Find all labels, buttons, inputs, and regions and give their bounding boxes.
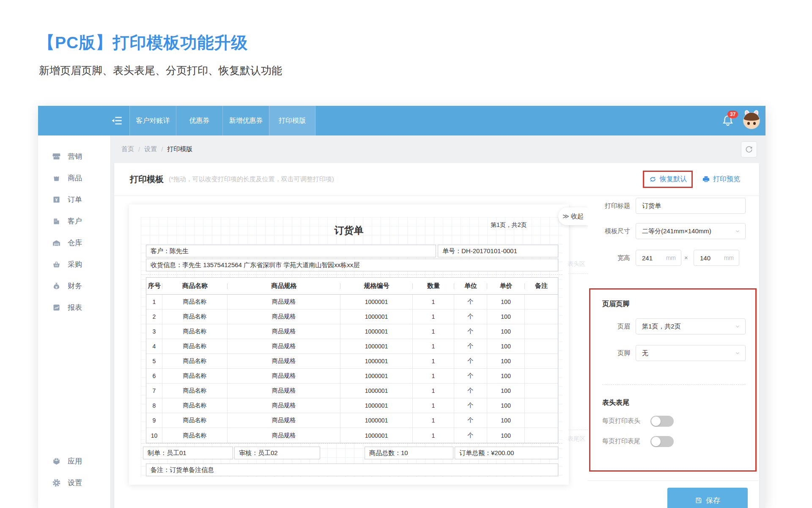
sidebar-item-label: 仓库: [68, 238, 82, 248]
floppy-icon: [695, 497, 702, 504]
sidebar-item-label: 商品: [68, 173, 82, 183]
height-input[interactable]: 140mm: [694, 250, 739, 266]
table-cell: 商品规格: [228, 369, 340, 383]
printer-icon: [702, 175, 710, 183]
sidebar: 营销商品订单客户仓库采购财务报表 应用设置: [38, 135, 111, 508]
doc-remark-field[interactable]: 备注：订货单备注信息: [146, 464, 558, 476]
save-button[interactable]: 保存: [667, 488, 748, 508]
breadcrumb-item[interactable]: 设置: [144, 145, 157, 153]
doc-customer-field[interactable]: 客户：陈先生: [146, 245, 436, 257]
height-unit: mm: [724, 254, 734, 261]
doc-order-no-field[interactable]: 单号：DH-20170101-0001: [438, 245, 558, 257]
table-row: 4商品名称商品规格10000011个100: [146, 339, 558, 354]
table-cell: 100: [487, 413, 525, 428]
sidebar-item-ticket[interactable]: 订单: [38, 189, 110, 210]
table-cell: 商品名称: [162, 413, 228, 428]
template-size-select[interactable]: 二等分(241mm×140mm): [636, 223, 746, 239]
content-column: 首页/设置/打印模版 打印模板 (*拖动，可以改变打印项的长度及位置，双击可调整…: [111, 135, 765, 508]
sidebar-item-bag[interactable]: 商品: [38, 167, 110, 189]
table-cell: 商品规格: [228, 295, 340, 309]
table-cell: 1: [413, 354, 454, 368]
print-table-header-toggle[interactable]: [650, 416, 674, 427]
doc-total-amount-field[interactable]: 订单总额：¥200.00: [455, 447, 558, 459]
sidebar-item-cube[interactable]: 应用: [38, 450, 110, 472]
table-cell: 1: [413, 339, 454, 353]
warehouse-icon: [52, 238, 61, 247]
table-cell: 7: [146, 384, 162, 398]
sidebar-item-gear[interactable]: 设置: [38, 472, 110, 494]
table-cell: [525, 384, 558, 398]
refresh-button[interactable]: [741, 141, 757, 157]
doc-total-qty-field[interactable]: 商品总数：10: [365, 447, 453, 459]
bag-icon: [52, 174, 61, 182]
table-cell: [525, 369, 558, 383]
page-header-select[interactable]: 第1页，共2页: [636, 318, 746, 334]
topbar-tab[interactable]: 客户对账详: [129, 106, 176, 135]
width-input[interactable]: 241mm: [636, 250, 681, 266]
doc-table[interactable]: 序号商品名称商品规格规格编号数量单位单价备注 1商品名称商品规格10000011…: [146, 277, 558, 443]
table-cell: 个: [454, 369, 487, 383]
table-foot-divider: [141, 443, 562, 444]
topbar-tab[interactable]: 优惠券: [176, 106, 222, 135]
notification-bell-icon[interactable]: 37: [721, 114, 734, 127]
table-cell: 个: [454, 295, 487, 309]
page-footer-label: 页脚: [588, 345, 630, 361]
print-title-input[interactable]: 订货单: [636, 198, 746, 214]
table-head-divider: [141, 274, 562, 275]
table-cell: 商品名称: [162, 384, 228, 398]
doc-title[interactable]: 订货单: [129, 224, 569, 237]
topbar-tab[interactable]: 打印模版: [269, 106, 315, 135]
doc-auditor-field[interactable]: 审核：员工02: [234, 447, 320, 459]
print-table-footer-label: 每页打印表尾: [602, 436, 640, 447]
table-cell: 商品规格: [228, 339, 340, 353]
page-title: 【PC版】打印模板功能升级: [38, 31, 248, 54]
sidebar-item-chart[interactable]: 报表: [38, 297, 110, 318]
table-cell: [525, 295, 558, 309]
topbar-tab[interactable]: 新增优惠券: [222, 106, 269, 135]
sidebar-item-label: 设置: [68, 478, 82, 488]
table-cell: 10: [146, 428, 162, 443]
doc-table-body: 1商品名称商品规格10000011个1002商品名称商品规格10000011个1…: [146, 295, 558, 443]
panel-footer-divider: [588, 480, 758, 481]
store-icon: [52, 152, 61, 161]
chevron-down-icon: [735, 324, 740, 329]
sidebar-item-building[interactable]: 客户: [38, 210, 110, 232]
print-preview-button[interactable]: 打印预览: [702, 175, 740, 184]
doc-maker-field[interactable]: 制单：员工01: [143, 447, 233, 459]
table-cell: 1: [413, 413, 454, 428]
restore-default-button[interactable]: 恢复默认: [643, 171, 693, 188]
template-size-label: 模板尺寸: [588, 223, 630, 239]
doc-shipping-field[interactable]: 收货信息：李先生 13575412564 广东省深圳市 学苑大道南山智园xx栋x…: [146, 259, 558, 271]
table-cell: 1: [413, 324, 454, 339]
table-cell: 个: [454, 339, 487, 353]
table-row: 7商品名称商品规格10000011个100: [146, 384, 558, 398]
table-row: 6商品名称商品规格10000011个100: [146, 369, 558, 384]
table-cell: 商品名称: [162, 324, 228, 339]
page-footer-select[interactable]: 无: [636, 345, 746, 361]
breadcrumb-item[interactable]: 首页: [121, 145, 134, 153]
collapse-menu-icon[interactable]: [111, 115, 123, 127]
collapse-panel-button[interactable]: ≫ 收起: [558, 207, 588, 225]
tab-bar: 客户对账详优惠券新增优惠券打印模版: [129, 106, 315, 135]
restore-icon: [649, 175, 657, 183]
toggle-knob: [651, 437, 661, 446]
table-cell: 1000001: [340, 428, 413, 443]
sidebar-item-basket[interactable]: 采购: [38, 254, 110, 275]
table-cell: 4: [146, 339, 162, 353]
page: 【PC版】打印模板功能升级 新增页眉页脚、表头表尾、分页打印、恢复默认功能 客户…: [0, 0, 812, 508]
page-subtitle: 新增页眉页脚、表头表尾、分页打印、恢复默认功能: [39, 64, 282, 77]
dimensions-label: 宽高: [588, 250, 630, 266]
table-cell: 100: [487, 339, 525, 353]
basket-icon: [52, 260, 61, 269]
sidebar-item-moneybag[interactable]: 财务: [38, 275, 110, 297]
card-header: 打印模板 (*拖动，可以改变打印项的长度及位置，双击可调整打印项) 恢复默认 打…: [114, 163, 759, 196]
print-table-footer-toggle[interactable]: [650, 436, 674, 447]
chevron-down-icon: [735, 229, 740, 234]
table-row: 9商品名称商品规格10000011个100: [146, 413, 558, 428]
gear-icon: [52, 478, 61, 487]
user-avatar[interactable]: [743, 112, 760, 130]
sidebar-item-store[interactable]: 营销: [38, 146, 110, 167]
document-paper[interactable]: 第1页，共2页 订货单 客户：陈先生 单号：DH-20170101-0001 收…: [129, 204, 569, 485]
sidebar-item-warehouse[interactable]: 仓库: [38, 232, 110, 254]
sidebar-item-label: 订单: [68, 195, 82, 204]
